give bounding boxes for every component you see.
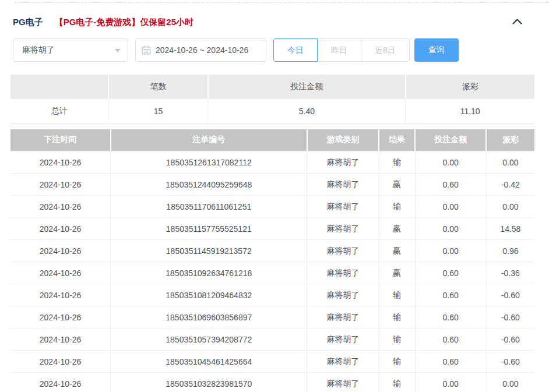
search-button[interactable]: 查询 bbox=[414, 38, 459, 62]
result-cell: 输 bbox=[379, 373, 415, 392]
result-cell: 赢 bbox=[379, 262, 415, 284]
page-title: PG电子 bbox=[13, 17, 43, 28]
game-category-cell: 麻将胡了 bbox=[307, 284, 379, 306]
order-no-cell: 1850351069603856897 bbox=[111, 306, 307, 329]
result-cell: 输 bbox=[379, 284, 415, 306]
records-body: 2024-10-261850351261317082112麻将胡了输0.000.… bbox=[10, 151, 534, 392]
order-no-cell: 1850351145919213572 bbox=[111, 240, 307, 262]
order-no-cell: 1850351170611061251 bbox=[111, 196, 307, 218]
table-row: 2024-10-261850351092634761218麻将胡了赢0.60-0… bbox=[10, 262, 534, 284]
bet-time-cell: 2024-10-26 bbox=[10, 262, 111, 284]
panel-header: PG电子 【PG电子-免费游戏】仅保留25小时 bbox=[13, 16, 534, 28]
summary-header-payout: 派彩 bbox=[406, 75, 534, 99]
game-select[interactable]: 麻将胡了 bbox=[13, 38, 128, 62]
bet-time-cell: 2024-10-26 bbox=[10, 329, 111, 351]
game-select-value: 麻将胡了 bbox=[22, 45, 55, 55]
quick-range-today-button[interactable]: 今日 bbox=[273, 38, 318, 62]
summary-header-row: 笔数 投注金额 派彩 bbox=[10, 75, 534, 99]
summary-total-payout: 11.10 bbox=[406, 99, 534, 123]
quick-range-yesterday-button[interactable]: 昨日 bbox=[317, 38, 361, 62]
game-category-cell: 麻将胡了 bbox=[307, 151, 379, 174]
payout-cell: 14.58 bbox=[486, 218, 534, 240]
records-header-result: 结果 bbox=[379, 129, 415, 151]
order-no-cell: 1850351092634761218 bbox=[111, 262, 307, 284]
bet-time-cell: 2024-10-26 bbox=[10, 218, 111, 240]
date-range-value: 2024-10-26 ~ 2024-10-26 bbox=[156, 45, 248, 55]
summary-table: 笔数 投注金额 派彩 总计 15 5.40 11.10 bbox=[10, 75, 534, 124]
records-header-bet-amount: 投注金额 bbox=[415, 129, 486, 151]
game-category-cell: 麻将胡了 bbox=[307, 329, 379, 351]
records-table: 下注时间 注单编号 游戏类别 结果 投注金额 派彩 2024-10-261850… bbox=[10, 129, 534, 392]
order-no-cell: 1850351057394208772 bbox=[111, 329, 307, 351]
table-row: 2024-10-261850351145919213572麻将胡了赢0.000.… bbox=[10, 240, 534, 262]
payout-cell: 0.00 bbox=[486, 151, 534, 174]
table-row: 2024-10-261850351045461425664麻将胡了输0.60-0… bbox=[10, 351, 534, 373]
bet-amount-cell: 0.00 bbox=[415, 196, 486, 218]
records-header-game-category: 游戏类别 bbox=[307, 129, 379, 151]
quick-range-last8days-button[interactable]: 近8日 bbox=[361, 38, 410, 62]
bet-time-cell: 2024-10-26 bbox=[10, 240, 111, 262]
payout-cell: -0.60 bbox=[486, 329, 534, 351]
order-no-cell: 1850351081209464832 bbox=[111, 284, 307, 306]
payout-cell: -0.36 bbox=[486, 262, 534, 284]
collapse-panel-button[interactable] bbox=[511, 16, 524, 28]
payout-cell: 0.96 bbox=[486, 240, 534, 262]
chevron-up-icon bbox=[512, 17, 523, 27]
records-header-bet-time: 下注时间 bbox=[10, 129, 111, 151]
result-cell: 输 bbox=[379, 329, 415, 351]
table-row: 2024-10-261850351032823981570麻将胡了输0.000.… bbox=[10, 373, 534, 392]
quick-range-button-group: 今日 昨日 近8日 bbox=[273, 38, 410, 62]
summary-total-label: 总计 bbox=[10, 99, 108, 123]
summary-total-bet-amount: 5.40 bbox=[208, 99, 406, 123]
summary-header-count: 笔数 bbox=[108, 75, 208, 99]
bet-time-cell: 2024-10-26 bbox=[10, 306, 111, 329]
summary-total-count: 15 bbox=[108, 99, 208, 123]
order-no-cell: 1850351261317082112 bbox=[111, 151, 307, 174]
top-dashed-divider bbox=[15, 2, 549, 3]
table-row: 2024-10-261850351244095259648麻将胡了赢0.60-0… bbox=[10, 174, 534, 196]
payout-cell: 0.00 bbox=[486, 373, 534, 392]
table-row: 2024-10-261850351057394208772麻将胡了输0.60-0… bbox=[10, 329, 534, 351]
bet-amount-cell: 0.00 bbox=[415, 373, 486, 392]
bet-time-cell: 2024-10-26 bbox=[10, 151, 111, 174]
bet-amount-cell: 0.00 bbox=[415, 218, 486, 240]
payout-cell: -0.60 bbox=[486, 284, 534, 306]
game-category-cell: 麻将胡了 bbox=[307, 262, 379, 284]
payout-cell: -0.60 bbox=[486, 306, 534, 329]
bet-amount-cell: 0.60 bbox=[415, 174, 486, 196]
retention-notice: 【PG电子-免费游戏】仅保留25小时 bbox=[55, 17, 193, 28]
order-no-cell: 1850351045461425664 bbox=[111, 351, 307, 373]
bet-time-cell: 2024-10-26 bbox=[10, 174, 111, 196]
bet-time-cell: 2024-10-26 bbox=[10, 351, 111, 373]
result-cell: 赢 bbox=[379, 218, 415, 240]
table-row: 2024-10-261850351069603856897麻将胡了输0.60-0… bbox=[10, 306, 534, 329]
bet-amount-cell: 0.60 bbox=[415, 329, 486, 351]
bet-amount-cell: 0.00 bbox=[415, 240, 486, 262]
game-category-cell: 麻将胡了 bbox=[307, 196, 379, 218]
bet-time-cell: 2024-10-26 bbox=[10, 196, 111, 218]
payout-cell: -0.42 bbox=[486, 174, 534, 196]
bet-amount-cell: 0.60 bbox=[415, 262, 486, 284]
bet-time-cell: 2024-10-26 bbox=[10, 284, 111, 306]
game-category-cell: 麻将胡了 bbox=[307, 174, 379, 196]
table-row: 2024-10-261850351157755525121麻将胡了赢0.0014… bbox=[10, 218, 534, 240]
bet-amount-cell: 0.60 bbox=[415, 306, 486, 329]
records-header-order-no: 注单编号 bbox=[111, 129, 307, 151]
bet-amount-cell: 0.60 bbox=[415, 351, 486, 373]
filter-controls: 麻将胡了 2024-10-26 ~ 2024-10-26 今日 昨日 近8日 bbox=[13, 38, 534, 62]
caret-down-icon bbox=[115, 49, 121, 52]
game-category-cell: 麻将胡了 bbox=[307, 373, 379, 392]
table-row: 2024-10-261850351081209464832麻将胡了输0.60-0… bbox=[10, 284, 534, 306]
table-row: 2024-10-261850351170611061251麻将胡了输0.000.… bbox=[10, 196, 534, 218]
records-header-payout: 派彩 bbox=[486, 129, 534, 151]
payout-cell: 0.00 bbox=[486, 196, 534, 218]
table-row: 2024-10-261850351261317082112麻将胡了输0.000.… bbox=[10, 151, 534, 174]
game-category-cell: 麻将胡了 bbox=[307, 351, 379, 373]
records-header-row: 下注时间 注单编号 游戏类别 结果 投注金额 派彩 bbox=[10, 129, 534, 151]
game-category-cell: 麻将胡了 bbox=[307, 240, 379, 262]
result-cell: 输 bbox=[379, 196, 415, 218]
date-range-picker[interactable]: 2024-10-26 ~ 2024-10-26 bbox=[135, 38, 266, 62]
pg-games-panel: PG电子 【PG电子-免费游戏】仅保留25小时 麻将胡了 bbox=[0, 16, 549, 392]
result-cell: 赢 bbox=[379, 240, 415, 262]
bet-time-cell: 2024-10-26 bbox=[10, 373, 111, 392]
